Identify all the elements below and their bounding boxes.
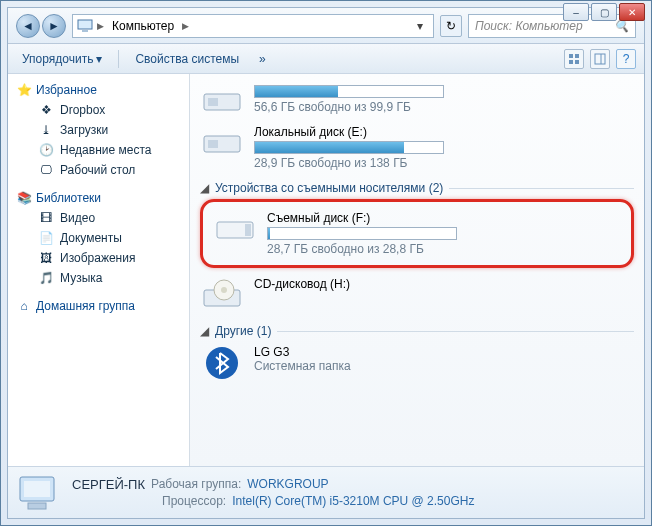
refresh-button[interactable]: ↻ bbox=[440, 15, 462, 37]
details-text: СЕРГЕЙ-ПК Рабочая группа: WORKGROUP Проц… bbox=[72, 477, 474, 508]
forward-button[interactable]: ► bbox=[42, 14, 66, 38]
drive-label: Локальный диск (E:) bbox=[254, 125, 634, 139]
svg-rect-2 bbox=[569, 54, 573, 58]
address-dropdown[interactable]: ▾ bbox=[411, 19, 429, 33]
svg-rect-3 bbox=[575, 54, 579, 58]
view-mode-button[interactable] bbox=[564, 49, 584, 69]
drive-label: CD-дисковод (H:) bbox=[254, 277, 634, 291]
bluetooth-icon bbox=[200, 345, 244, 381]
drive-item-f[interactable]: Съемный диск (F:) 28,7 ГБ свободно из 28… bbox=[213, 208, 621, 259]
toolbar-overflow[interactable]: » bbox=[253, 49, 272, 69]
window-controls: – ▢ ✕ bbox=[563, 3, 645, 21]
toolbar: Упорядочить ▾ Свойства системы » ? bbox=[8, 44, 644, 74]
minimize-button[interactable]: – bbox=[563, 3, 589, 21]
homegroup-header[interactable]: ⌂ Домашняя группа bbox=[12, 296, 185, 316]
star-icon: ⭐ bbox=[16, 82, 32, 98]
computer-icon bbox=[77, 18, 93, 34]
workgroup-value: WORKGROUP bbox=[247, 477, 328, 492]
sidebar-item-desktop[interactable]: 🖵Рабочий стол bbox=[12, 160, 185, 180]
collapse-icon: ◢ bbox=[200, 181, 209, 195]
images-icon: 🖼 bbox=[38, 250, 54, 266]
breadcrumb-computer[interactable]: Компьютер bbox=[108, 19, 178, 33]
svg-rect-9 bbox=[208, 98, 218, 106]
drive-item-e[interactable]: Локальный диск (E:) 28,9 ГБ свободно из … bbox=[200, 122, 634, 173]
cpu-value: Intel(R) Core(TM) i5-3210M CPU @ 2.50GHz bbox=[232, 494, 474, 508]
other-section-header[interactable]: ◢ Другие (1) bbox=[200, 324, 634, 338]
address-bar[interactable]: ▶ Компьютер ▶ ▾ bbox=[72, 14, 434, 38]
maximize-button[interactable]: ▢ bbox=[591, 3, 617, 21]
svg-rect-13 bbox=[245, 224, 251, 236]
window-inner: ◄ ► ▶ Компьютер ▶ ▾ ↻ Поиск: Компьютер 🔍 bbox=[7, 7, 645, 519]
drive-free-text: 56,6 ГБ свободно из 99,9 ГБ bbox=[254, 100, 634, 114]
drive-item-cd[interactable]: CD-дисковод (H:) bbox=[200, 274, 634, 316]
svg-rect-5 bbox=[575, 60, 579, 64]
svg-rect-0 bbox=[78, 20, 92, 29]
help-button[interactable]: ? bbox=[616, 49, 636, 69]
computer-large-icon bbox=[18, 473, 62, 513]
collapse-icon: ◢ bbox=[200, 324, 209, 338]
sidebar-item-images[interactable]: 🖼Изображения bbox=[12, 248, 185, 268]
svg-rect-19 bbox=[24, 481, 50, 497]
library-icon: 📚 bbox=[16, 190, 32, 206]
content-pane: 56,6 ГБ свободно из 99,9 ГБ Локальный ди… bbox=[190, 74, 644, 466]
navigation-tree: ⭐ Избранное ❖Dropbox ⤓Загрузки 🕑Недавние… bbox=[8, 74, 190, 466]
capacity-fill bbox=[255, 142, 404, 153]
cd-drive-icon bbox=[200, 277, 244, 313]
back-button[interactable]: ◄ bbox=[16, 14, 40, 38]
svg-rect-1 bbox=[82, 30, 88, 32]
sidebar-item-dropbox[interactable]: ❖Dropbox bbox=[12, 100, 185, 120]
hdd-icon bbox=[200, 125, 244, 161]
device-item-bluetooth[interactable]: LG G3 Системная папка bbox=[200, 342, 634, 384]
chevron-down-icon: ▾ bbox=[96, 52, 102, 66]
body: ⭐ Избранное ❖Dropbox ⤓Загрузки 🕑Недавние… bbox=[8, 74, 644, 466]
drive-free-text: 28,9 ГБ свободно из 138 ГБ bbox=[254, 156, 634, 170]
highlighted-region: Съемный диск (F:) 28,7 ГБ свободно из 28… bbox=[200, 199, 634, 268]
downloads-icon: ⤓ bbox=[38, 122, 54, 138]
details-pane: СЕРГЕЙ-ПК Рабочая группа: WORKGROUP Проц… bbox=[8, 466, 644, 518]
svg-point-16 bbox=[221, 287, 227, 293]
pc-name: СЕРГЕЙ-ПК bbox=[72, 477, 145, 492]
sidebar-item-downloads[interactable]: ⤓Загрузки bbox=[12, 120, 185, 140]
svg-rect-11 bbox=[208, 140, 218, 148]
sidebar-item-music[interactable]: 🎵Музыка bbox=[12, 268, 185, 288]
music-icon: 🎵 bbox=[38, 270, 54, 286]
desktop-icon: 🖵 bbox=[38, 162, 54, 178]
libraries-header[interactable]: 📚 Библиотеки bbox=[12, 188, 185, 208]
recent-icon: 🕑 bbox=[38, 142, 54, 158]
svg-rect-4 bbox=[569, 60, 573, 64]
dropbox-icon: ❖ bbox=[38, 102, 54, 118]
drive-label: Съемный диск (F:) bbox=[267, 211, 621, 225]
navigation-bar: ◄ ► ▶ Компьютер ▶ ▾ ↻ Поиск: Компьютер 🔍 bbox=[8, 8, 644, 44]
system-properties-button[interactable]: Свойства системы bbox=[129, 49, 245, 69]
favorites-header[interactable]: ⭐ Избранное bbox=[12, 80, 185, 100]
svg-rect-20 bbox=[28, 503, 46, 509]
explorer-window: – ▢ ✕ ◄ ► ▶ Компьютер ▶ ▾ ↻ Поиск: Компь… bbox=[0, 0, 652, 526]
removable-disk-icon bbox=[213, 211, 257, 247]
video-icon: 🎞 bbox=[38, 210, 54, 226]
removable-section-header[interactable]: ◢ Устройства со съемными носителями (2) bbox=[200, 181, 634, 195]
svg-rect-6 bbox=[595, 54, 605, 64]
organize-menu[interactable]: Упорядочить ▾ bbox=[16, 49, 108, 69]
hdd-icon bbox=[200, 83, 244, 119]
breadcrumb-sep-icon: ▶ bbox=[182, 21, 189, 31]
sidebar-item-recent[interactable]: 🕑Недавние места bbox=[12, 140, 185, 160]
device-sublabel: Системная папка bbox=[254, 359, 634, 373]
sidebar-item-video[interactable]: 🎞Видео bbox=[12, 208, 185, 228]
drive-item[interactable]: 56,6 ГБ свободно из 99,9 ГБ bbox=[200, 80, 634, 122]
device-label: LG G3 bbox=[254, 345, 634, 359]
docs-icon: 📄 bbox=[38, 230, 54, 246]
sidebar-item-docs[interactable]: 📄Документы bbox=[12, 228, 185, 248]
nav-arrows: ◄ ► bbox=[16, 14, 66, 38]
breadcrumb-sep-icon: ▶ bbox=[97, 21, 104, 31]
homegroup-icon: ⌂ bbox=[16, 298, 32, 314]
close-button[interactable]: ✕ bbox=[619, 3, 645, 21]
drive-free-text: 28,7 ГБ свободно из 28,8 ГБ bbox=[267, 242, 621, 256]
preview-pane-button[interactable] bbox=[590, 49, 610, 69]
